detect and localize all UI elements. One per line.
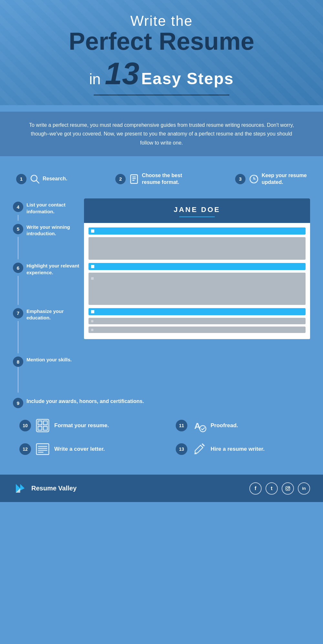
svg-line-20 [201, 445, 203, 448]
connector-4 [18, 215, 84, 221]
header-section: Write the Perfect Resume in 13Easy Steps [0, 0, 323, 105]
step-2-item: 2 Choose the best resume format. [115, 172, 187, 186]
resume-intro-text-block [89, 237, 306, 260]
svg-rect-9 [43, 421, 47, 425]
resume-name: JANE DOE [90, 206, 304, 214]
step-3-item: 3 Keep your resume updated. [235, 172, 307, 186]
step-8-num: 8 [13, 357, 23, 367]
step-13-label: Hire a resume writer. [211, 446, 265, 452]
step-4-label: List your contact information. [26, 202, 81, 215]
step-3-num: 3 [235, 174, 245, 184]
step-6-num: 6 [13, 263, 23, 273]
step-9-label: Include your awards, honors, and certifi… [26, 398, 144, 405]
svg-point-0 [31, 175, 37, 181]
step-10-label: Format your resume. [54, 422, 109, 429]
svg-point-25 [287, 488, 289, 489]
step-6-label: Highlight your relevant experience. [26, 263, 81, 276]
svg-rect-14 [36, 444, 49, 455]
svg-point-13 [200, 426, 206, 432]
document-icon [129, 174, 139, 184]
step-4-num: 4 [13, 202, 23, 212]
step-11-num: 11 [176, 420, 187, 431]
step-10-item: 10 Format your resume. [19, 418, 147, 433]
resume-intro-bar [89, 227, 306, 235]
header-easy: Easy Steps [141, 70, 234, 88]
header-divider [94, 95, 229, 96]
facebook-icon[interactable]: f [249, 482, 262, 495]
step-12-num: 12 [19, 443, 31, 455]
step-3-label: Keep your resume updated. [262, 172, 307, 186]
step-10-num: 10 [19, 420, 31, 431]
connector-5 [18, 237, 84, 259]
step-13-item: 13 Hire a resume writer. [176, 441, 304, 457]
instagram-icon[interactable] [282, 482, 294, 495]
step-5-row: 5 Write your winning introduction. [13, 221, 84, 237]
header-write: Write the [19, 13, 304, 29]
step-9-num: 9 [13, 398, 23, 408]
main-content: 1 Research. 2 Choose the best resume fo [0, 156, 323, 475]
resume-header: JANE DOE [84, 198, 310, 223]
step-7-row: 7 Emphasize your education. [13, 305, 84, 321]
left-steps-col: 4 List your contact information. 5 Write… [13, 198, 84, 393]
format-icon [35, 418, 50, 433]
search-icon [30, 174, 40, 184]
step-1-item: 1 Research. [16, 174, 68, 184]
resume-skill-1 [89, 318, 306, 324]
svg-point-26 [289, 487, 289, 488]
resume-skills-bar [89, 308, 306, 315]
step-11-item: 11 A Proofread. [176, 418, 304, 433]
step-11-label: Proofread. [211, 422, 238, 429]
svg-rect-11 [43, 427, 47, 430]
step-6-row: 6 Highlight your relevant experience. [13, 259, 84, 276]
step-5-label: Write your winning introduction. [26, 224, 81, 237]
intro-box: To write a perfect resume, you must read… [0, 112, 323, 156]
header-13: 13 [105, 56, 139, 91]
header-in: in [89, 71, 105, 87]
intro-text: To write a perfect resume, you must read… [26, 121, 297, 147]
resume-body [84, 223, 310, 339]
linkedin-icon[interactable]: in [298, 482, 310, 495]
social-icons: f t in [249, 482, 310, 495]
resume-mock: JANE DOE [84, 198, 310, 339]
step-7-num: 7 [13, 308, 23, 318]
step-12-item: 12 Write a cover letter. [19, 441, 147, 457]
footer-brand: Resume Valley [13, 481, 77, 496]
cover-letter-icon [35, 441, 50, 457]
step-8-row: 8 Mention your skills. [13, 353, 84, 367]
brand-logo [13, 481, 27, 496]
step-1-num: 1 [16, 174, 26, 184]
step-9-row: 9 Include your awards, honors, and certi… [13, 393, 310, 411]
clock-icon [249, 174, 259, 184]
step-2-num: 2 [115, 174, 126, 184]
step-4-row: 4 List your contact information. [13, 198, 84, 215]
step-13-num: 13 [176, 443, 187, 455]
step-8-label: Mention your skills. [26, 357, 72, 363]
step-12-label: Write a cover letter. [54, 446, 105, 452]
svg-line-1 [36, 180, 39, 183]
twitter-icon[interactable]: t [266, 482, 278, 495]
connector-6 [18, 276, 84, 305]
bottom-steps: 10 Format your resume. 11 A Proo [13, 418, 310, 457]
resume-section: 4 List your contact information. 5 Write… [13, 198, 310, 393]
brand-name: Resume Valley [31, 485, 77, 492]
top-steps-row: 1 Research. 2 Choose the best resume fo [13, 166, 310, 192]
svg-rect-10 [38, 427, 42, 430]
svg-rect-8 [38, 421, 42, 425]
header-perfect: Perfect Resume [19, 29, 304, 54]
hire-writer-icon [191, 441, 207, 457]
step-5-num: 5 [13, 224, 23, 234]
resume-exp-bar [89, 263, 306, 270]
footer: Resume Valley f t in [0, 475, 323, 502]
resume-exp-block [89, 273, 306, 305]
proofread-icon: A [191, 418, 207, 433]
steps-10-11-row: 10 Format your resume. 11 A Proo [19, 418, 304, 433]
step-1-label: Research. [43, 176, 68, 182]
steps-12-13-row: 12 Write a cover letter. 13 [19, 441, 304, 457]
connector-7 [18, 321, 84, 353]
resume-name-underline [179, 216, 215, 217]
resume-skill-2 [89, 327, 306, 333]
connector-8 [18, 367, 84, 393]
step-2-label: Choose the best resume format. [142, 172, 187, 186]
step-7-label: Emphasize your education. [26, 308, 81, 321]
